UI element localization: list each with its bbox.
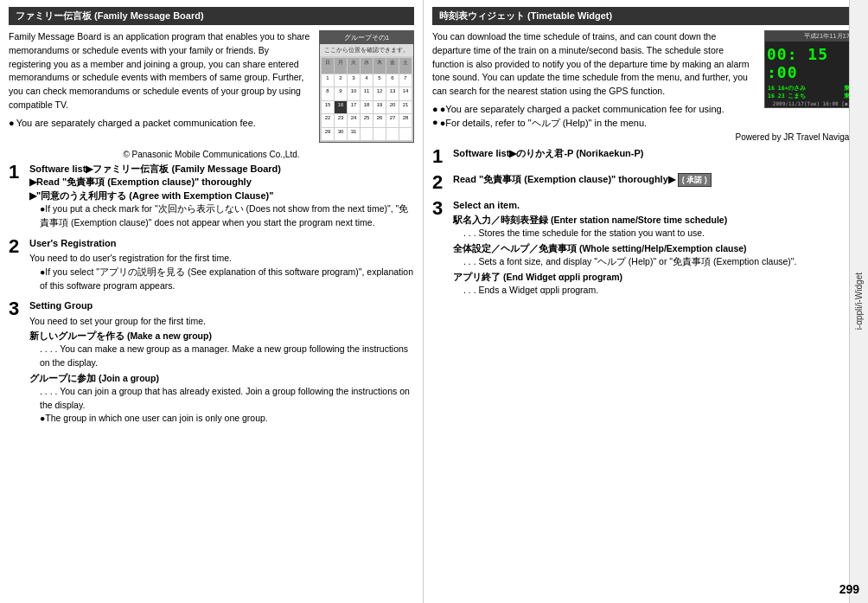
left-step-1: 1 Software list▶ファミリー伝言板 (Family Message… (9, 163, 414, 230)
step-2-number: 2 (9, 237, 24, 293)
left-column: ファミリー伝言板 (Family Message Board) グループその1 … (0, 0, 424, 603)
left-section-header-jp: ファミリー伝言板 (16, 10, 92, 21)
step-1-bullet: ●If you put a check mark for "次回から表示しない … (40, 202, 414, 230)
step-1-content: Software list▶ファミリー伝言板 (Family Message B… (29, 163, 414, 230)
right-bullet1: ● ●You are separately charged a packet c… (432, 104, 757, 114)
right-step-1: 1 Software list▶のりかえ君-P (Norikaekun-P) (432, 147, 859, 166)
step-1-read: ▶Read "免責事項 (Exemption clause)" thorough… (29, 176, 252, 187)
right-intro-block: 平成21年11月17日 00: 15 :00 16 16+のさみ東京 16 23… (432, 30, 859, 132)
step-3-bullet: ●The group in which one user can join is… (40, 412, 414, 426)
left-bullet1-text: You are separately charged a packet comm… (16, 118, 256, 128)
step-3-sub1-body: . . . . You can make a new group as a ma… (40, 343, 414, 370)
step-2-bullet: ●If you select "アプリの説明を見る (See explanati… (40, 266, 414, 293)
left-section-header-en: (Family Message Board) (94, 10, 204, 21)
right-section-header: 時刻表ウィジェット (Timetable Widget) (432, 7, 859, 25)
step-1-title: Software list▶ファミリー伝言板 (Family Message B… (29, 163, 414, 202)
step-3-title: Setting Group (29, 299, 414, 312)
left-step-2: 2 User's Registration You need to do use… (9, 237, 414, 293)
screenshot-header: グループその1 (320, 31, 413, 44)
accept-icon: ( 承諾 ) (678, 173, 712, 188)
left-intro-block: グループその1 ここから位置を確認できます。 日 月 火 水 木 金 土 1 2… (9, 30, 414, 146)
right-step-3-sub3-title: アプリ終了 (End Widget αppli program) (453, 272, 859, 284)
copyright: © Panasonic Mobile Communications Co.,Lt… (9, 150, 414, 159)
screenshot-calendar: 日 月 火 水 木 金 土 1 2 3 4 5 6 7 8 9 10 (320, 56, 413, 142)
side-tab-label: i-αppli/i-Widget (854, 273, 864, 330)
right-step-3-sub1-body: . . . Stores the time schedule for the s… (463, 227, 859, 241)
step-3-content: Setting Group You need to set your group… (29, 299, 414, 426)
right-step-3-sub1-title: 駅名入力／時刻表登録 (Enter station name/Store tim… (453, 215, 859, 227)
right-section-header-jp: 時刻表ウィジェット (439, 10, 525, 21)
step-2-body: You need to do user's registration for t… (29, 252, 414, 266)
bullet-dot: ● (9, 118, 15, 128)
left-screenshot-img: グループその1 ここから位置を確認できます。 日 月 火 水 木 金 土 1 2… (319, 30, 414, 143)
step-3-sub2-title: グループに参加 (Join a group) (29, 373, 414, 385)
left-section-header: ファミリー伝言板 (Family Message Board) (9, 7, 414, 25)
step-1-agree: ▶"同意のうえ利用する (Agree with Exemption Clause… (29, 190, 273, 201)
left-step-3: 3 Setting Group You need to set your gro… (9, 299, 414, 426)
powered-by: Powered by JR Travel Navigator (432, 132, 859, 142)
right-step-3-sub2-body: . . . Sets a font size, and display "ヘルプ… (463, 255, 859, 269)
bullet-dot-r1: ● (432, 104, 438, 114)
bullet-dot-r2: ● (432, 117, 438, 130)
right-step-3: 3 Select an item. 駅名入力／時刻表登録 (Enter stat… (432, 199, 859, 298)
right-step-3-title: Select an item. (453, 199, 859, 212)
right-screenshot: 平成21年11月17日 00: 15 :00 16 16+のさみ東京 16 23… (764, 30, 859, 108)
page-number: 299 (839, 582, 859, 596)
right-step-1-title: Software list▶のりかえ君-P (Norikaekun-P) (453, 147, 859, 160)
step-3-sub1-title: 新しいグループを作る (Make a new group) (29, 330, 414, 343)
step-3-body: You need to set your group for the first… (29, 315, 414, 329)
left-bullet1: ● You are separately charged a packet co… (9, 118, 312, 128)
step-3-sub2-body: . . . . You can join a group that has al… (40, 385, 414, 413)
right-section-header-en: (Timetable Widget) (527, 10, 612, 21)
right-step-3-content: Select an item. 駅名入力／時刻表登録 (Enter statio… (453, 199, 859, 298)
side-tab: i-αppli/i-Widget (849, 0, 868, 603)
step-3-number: 3 (9, 299, 24, 426)
right-step-3-number: 3 (432, 199, 448, 298)
step-2-title: User's Registration (29, 237, 414, 250)
right-bullet2-text: ●For details, refer to "ヘルプ (Help)" in t… (440, 117, 647, 130)
step-1-jp: ファミリー伝言板 (Family Message Board) (93, 164, 281, 174)
right-bullet2: ● ●For details, refer to "ヘルプ (Help)" in… (432, 117, 859, 130)
right-step-1-number: 1 (432, 147, 448, 166)
right-step-2-number: 2 (432, 173, 448, 192)
left-screenshot: グループその1 ここから位置を確認できます。 日 月 火 水 木 金 土 1 2… (319, 30, 414, 143)
right-bullet1-text: ●You are separately charged a packet com… (440, 104, 724, 114)
step-1-number: 1 (9, 163, 24, 230)
right-column: 時刻表ウィジェット (Timetable Widget) 平成21年11月17日… (424, 0, 868, 603)
right-step-3-sub2-title: 全体設定／ヘルプ／免責事項 (Whole setting/Help/Exempt… (453, 243, 859, 255)
right-step-1-content: Software list▶のりかえ君-P (Norikaekun-P) (453, 147, 859, 166)
step-1-software-list: Software list (29, 164, 86, 174)
right-step-2-title: Read "免責事項 (Exemption clause)" thoroughl… (453, 173, 859, 188)
right-step-2-content: Read "免責事項 (Exemption clause)" thoroughl… (453, 173, 859, 192)
step-2-content: User's Registration You need to do user'… (29, 237, 414, 293)
right-step-3-sub3-body: . . . Ends a Widget αppli program. (463, 284, 859, 298)
right-step-2: 2 Read "免責事項 (Exemption clause)" thoroug… (432, 173, 859, 192)
